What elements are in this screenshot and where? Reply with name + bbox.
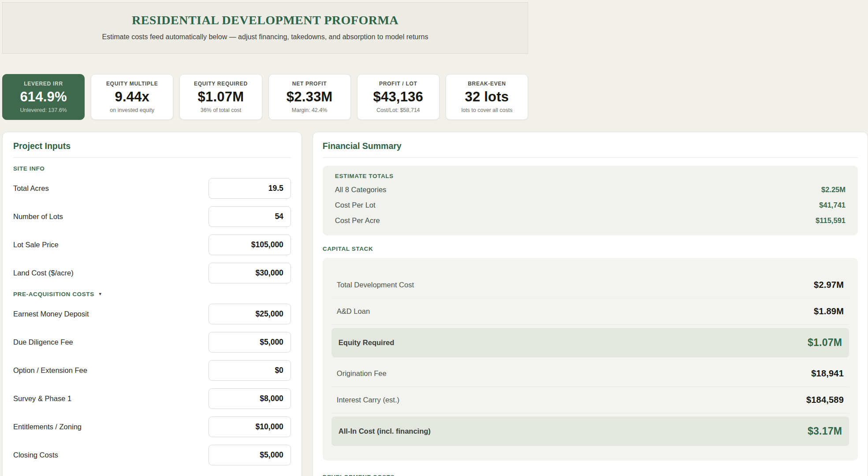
input-field-label: Due Diligence Fee: [13, 338, 73, 346]
input-field-value[interactable]: [209, 416, 291, 437]
kpi-row: LEVERED IRR 614.9% Unlevered: 137.6% EQU…: [2, 74, 528, 120]
kpi-label: PROFIT / LOT: [379, 81, 417, 87]
input-field-value[interactable]: [209, 304, 291, 324]
page-title: RESIDENTIAL DEVELOPMENT PROFORMA: [8, 13, 522, 27]
kpi-label: EQUITY MULTIPLE: [106, 81, 158, 87]
capital-stack-row: Total Development Cost $2.97M: [332, 272, 849, 298]
capital-stack-row-value: $1.89M: [814, 306, 844, 316]
panel-divider: [323, 157, 858, 158]
kpi-subtext: on invested equity: [110, 107, 154, 113]
input-field-row: Option / Extension Fee: [13, 360, 291, 381]
capital-stack-row-value: $184,589: [806, 395, 844, 405]
financial-summary-panel: Financial Summary ESTIMATE TOTALS All 8 …: [313, 132, 868, 476]
kpi-value: $1.07M: [198, 89, 244, 105]
kpi-card: BREAK-EVEN 32 lots lots to cover all cos…: [446, 74, 528, 120]
input-field-value[interactable]: [209, 234, 291, 255]
input-field-value[interactable]: [209, 445, 291, 465]
kpi-value: 9.44x: [115, 89, 149, 105]
capital-stack-row-label: Total Development Cost: [337, 281, 414, 289]
kpi-subtext: lots to cover all costs: [461, 107, 512, 113]
kpi-value: $43,136: [373, 89, 423, 105]
input-field-label: Number of Lots: [13, 212, 63, 221]
estimate-totals-label: ESTIMATE TOTALS: [335, 173, 846, 179]
kpi-card: PROFIT / LOT $43,136 Cost/Lot: $58,714: [357, 74, 440, 120]
input-field-label: Land Cost ($/acre): [13, 269, 74, 277]
input-field-row: Entitlements / Zoning: [13, 416, 291, 437]
kpi-card: LEVERED IRR 614.9% Unlevered: 137.6%: [2, 74, 85, 120]
input-section: PRE-ACQUISITION COSTS ▼ Earnest Money De…: [13, 291, 291, 465]
kpi-subtext: Cost/Lot: $58,714: [376, 107, 420, 113]
main-content: Project Inputs SITE INFO Total Acres Num…: [2, 132, 868, 476]
kpi-card: NET PROFIT $2.33M Margin: 42.4%: [268, 74, 351, 120]
input-section-fields: Earnest Money Deposit Due Diligence Fee …: [13, 304, 291, 465]
kpi-subtext: Unlevered: 137.6%: [20, 107, 67, 113]
input-field-row: Lot Sale Price: [13, 234, 291, 255]
kpi-label: NET PROFIT: [292, 81, 327, 87]
capital-stack-row-label: Equity Required: [339, 338, 395, 347]
input-field-row: Due Diligence Fee: [13, 332, 291, 353]
input-field-row: Land Cost ($/acre): [13, 263, 291, 283]
kpi-subtext: Margin: 42.4%: [292, 107, 328, 113]
capital-stack-row-value: $1.07M: [808, 337, 842, 349]
capital-stack-row: Origination Fee $18,941: [332, 361, 849, 387]
capital-stack-row: A&D Loan $1.89M: [332, 298, 849, 325]
header-banner: RESIDENTIAL DEVELOPMENT PROFORMA Estimat…: [2, 2, 528, 54]
capital-stack-row: Equity Required $1.07M: [332, 328, 849, 357]
kpi-value: 32 lots: [465, 89, 509, 105]
input-section-fields: Total Acres Number of Lots Lot Sale Pric…: [13, 178, 291, 283]
project-inputs-sections: SITE INFO Total Acres Number of Lots Lot…: [13, 165, 291, 465]
input-field-label: Closing Costs: [13, 451, 58, 459]
kpi-value: $2.33M: [287, 89, 333, 105]
estimate-total-row: Cost Per Acre $115,591: [335, 213, 846, 228]
input-section-header: SITE INFO: [13, 165, 291, 172]
estimate-totals-box: ESTIMATE TOTALS All 8 Categories $2.25M …: [323, 166, 858, 235]
input-field-row: Closing Costs: [13, 445, 291, 465]
project-inputs-title: Project Inputs: [13, 141, 291, 151]
input-field-row: Survey & Phase 1: [13, 388, 291, 409]
collapse-caret-icon[interactable]: ▼: [98, 292, 102, 296]
capital-stack-row-label: A&D Loan: [337, 307, 370, 316]
project-inputs-panel: Project Inputs SITE INFO Total Acres Num…: [2, 132, 302, 476]
kpi-label: EQUITY REQUIRED: [194, 81, 248, 87]
input-field-row: Total Acres: [13, 178, 291, 199]
panel-divider: [13, 157, 291, 158]
estimate-total-row: Cost Per Lot $41,741: [335, 197, 846, 213]
estimate-total-row: All 8 Categories $2.25M: [335, 182, 846, 197]
kpi-value: 614.9%: [20, 89, 67, 105]
input-field-label: Lot Sale Price: [13, 241, 59, 249]
input-field-label: Survey & Phase 1: [13, 394, 71, 403]
capital-stack-row: Interest Carry (est.) $184,589: [332, 387, 849, 413]
capital-stack-label: CAPITAL STACK: [323, 245, 858, 252]
input-field-row: Earnest Money Deposit: [13, 304, 291, 324]
capital-stack-row-label: Interest Carry (est.): [337, 396, 399, 404]
capital-stack-box: Total Development Cost $2.97M A&D Loan $…: [323, 258, 858, 461]
input-field-value[interactable]: [209, 388, 291, 409]
capital-stack-row-value: $18,941: [811, 368, 844, 379]
page-subtitle: Estimate costs feed automatically below …: [8, 33, 522, 41]
kpi-subtext: 36% of total cost: [201, 107, 241, 113]
financial-summary-title: Financial Summary: [323, 141, 858, 151]
input-section-label: SITE INFO: [13, 165, 45, 172]
input-field-value[interactable]: [209, 360, 291, 381]
capital-stack-row: All-In Cost (incl. financing) $3.17M: [332, 416, 849, 446]
input-field-value[interactable]: [209, 178, 291, 199]
estimate-totals-rows: All 8 Categories $2.25M Cost Per Lot $41…: [335, 182, 846, 228]
input-section: SITE INFO Total Acres Number of Lots Lot…: [13, 165, 291, 283]
capital-stack-row-label: Origination Fee: [337, 369, 387, 378]
input-field-label: Earnest Money Deposit: [13, 310, 89, 318]
input-field-value[interactable]: [209, 263, 291, 283]
input-field-label: Option / Extension Fee: [13, 366, 87, 375]
input-field-value[interactable]: [209, 206, 291, 227]
input-section-label: PRE-ACQUISITION COSTS: [13, 291, 94, 298]
capital-stack-row-value: $2.97M: [814, 280, 844, 290]
estimate-row-label: All 8 Categories: [335, 186, 386, 194]
input-field-row: Number of Lots: [13, 206, 291, 227]
capital-stack-row-label: All-In Cost (incl. financing): [339, 427, 431, 435]
development-costs-label: DEVELOPMENT COSTS: [323, 474, 858, 476]
input-field-value[interactable]: [209, 332, 291, 353]
kpi-label: LEVERED IRR: [24, 81, 63, 87]
estimate-row-value: $2.25M: [821, 186, 846, 194]
estimate-row-label: Cost Per Lot: [335, 201, 376, 209]
estimate-row-value: $115,591: [816, 216, 846, 225]
kpi-card: EQUITY MULTIPLE 9.44x on invested equity: [91, 74, 173, 120]
